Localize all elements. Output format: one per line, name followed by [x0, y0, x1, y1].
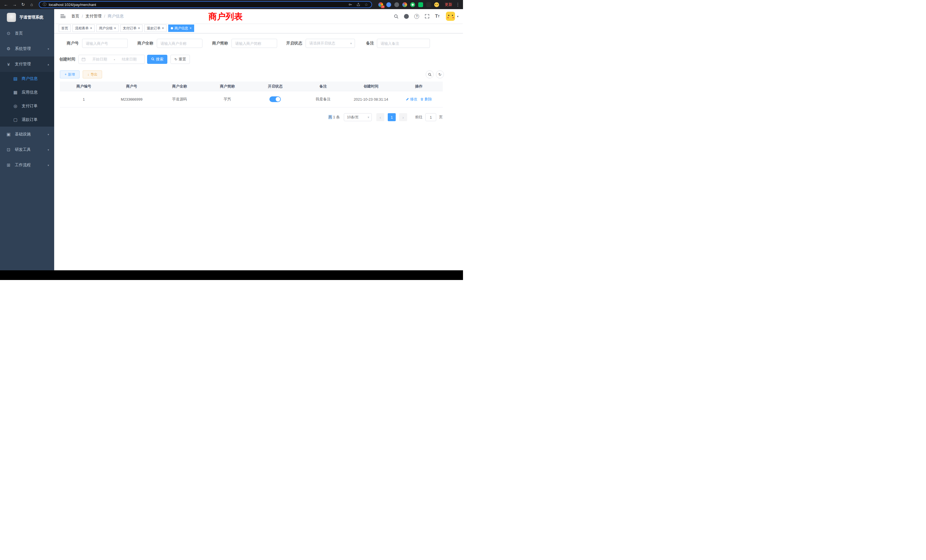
tab-process-form[interactable]: 流程表单×	[73, 24, 95, 32]
sidebar-item-devtools[interactable]: ⊡ 研发工具 ▾	[0, 142, 54, 157]
button-label: 搜索	[156, 57, 163, 62]
breadcrumb-home[interactable]: 首页	[71, 14, 79, 19]
user-menu[interactable]: ▾	[446, 12, 458, 21]
short-name-input[interactable]	[232, 39, 277, 48]
extension-icon[interactable]	[434, 2, 439, 7]
sidebar-item-label: 首页	[15, 31, 23, 36]
bookmark-star-icon[interactable]: ☆	[365, 2, 368, 7]
sidebar-item-workflow[interactable]: ⊞ 工作流程 ▾	[0, 157, 54, 173]
close-icon[interactable]: ×	[114, 27, 116, 30]
tab-label: 流程表单	[75, 26, 89, 31]
next-page-button[interactable]: ›	[399, 113, 407, 121]
browser-menu-icon[interactable]: ⋮	[455, 2, 461, 7]
tab-refund-order[interactable]: 退款订单×	[144, 24, 166, 32]
tab-home[interactable]: 首页	[59, 24, 71, 32]
remark-input[interactable]	[377, 39, 430, 48]
tab-user-group[interactable]: 用户分组×	[96, 24, 119, 32]
sidebar-toggle-icon[interactable]	[61, 14, 65, 19]
show-search-button[interactable]	[426, 70, 434, 79]
breadcrumb-section[interactable]: 支付管理	[86, 14, 101, 19]
sidebar-item-infra[interactable]: ▣ 基础设施 ▾	[0, 127, 54, 142]
column-header: 操作	[395, 84, 443, 89]
tab-pay-order[interactable]: 支付订单×	[120, 24, 142, 32]
tab-merchant-info[interactable]: 商户信息×	[168, 24, 194, 32]
sidebar-item-app-info[interactable]: ▦ 应用信息	[0, 86, 54, 99]
extension-icon[interactable]: 10	[378, 2, 383, 7]
reload-icon[interactable]: ↻	[20, 0, 27, 9]
sidebar-item-merchant-info[interactable]: ▤ 商户信息	[0, 72, 54, 86]
delete-link[interactable]: 删除	[420, 97, 432, 102]
font-size-icon[interactable]: TT	[434, 14, 440, 19]
sidebar-item-home[interactable]: ⊙ 首页	[0, 26, 54, 41]
total-value: 1 条	[333, 115, 340, 119]
date-range-picker[interactable]: 开始日期 - 结束日期	[79, 55, 145, 64]
button-label: 新增	[68, 72, 75, 77]
field-label: 商户简称	[209, 41, 232, 46]
toolbox-icon: ⊡	[6, 147, 11, 152]
search-button[interactable]: 搜索	[147, 55, 167, 64]
dashboard-icon: ⊙	[6, 31, 11, 36]
chevron-up-icon: ▴	[48, 63, 49, 66]
edit-link[interactable]: 修改	[406, 97, 418, 102]
status-select[interactable]: 请选择开启状态 ▾	[306, 39, 355, 48]
extension-icon[interactable]	[402, 2, 407, 7]
github-icon[interactable]	[404, 14, 409, 19]
sidebar-item-refund-order[interactable]: ▢ 退款订单	[0, 113, 54, 127]
back-icon[interactable]: ←	[2, 0, 10, 9]
target-icon: ◎	[13, 103, 18, 109]
fullscreen-icon[interactable]	[424, 14, 430, 19]
field-label: 创建时间	[59, 57, 79, 62]
share-icon[interactable]	[356, 3, 360, 6]
close-icon[interactable]: ×	[162, 27, 164, 30]
home-icon[interactable]: ⌂	[28, 0, 35, 9]
sidebar-item-label: 商户信息	[22, 76, 38, 81]
cell-id: 1	[60, 97, 108, 101]
column-header: 创建时间	[347, 84, 395, 89]
prev-page-button[interactable]: ‹	[376, 113, 384, 121]
top-navbar: 首页 / 支付管理 / 商户信息 商户列表 ? TT ▾	[54, 9, 463, 23]
breadcrumb-separator: /	[104, 14, 105, 18]
info-icon[interactable]: ⓘ	[43, 2, 47, 7]
chevron-down-icon: ▾	[350, 42, 352, 45]
close-icon[interactable]: ×	[138, 27, 140, 30]
page-number-button[interactable]: 1	[388, 113, 396, 121]
breadcrumb: 首页 / 支付管理 / 商户信息	[71, 14, 124, 19]
page-unit-label: 页	[439, 115, 443, 120]
merchant-no-input[interactable]	[82, 39, 128, 48]
column-header: 商户简称	[204, 84, 251, 89]
extension-icon[interactable]	[394, 2, 399, 7]
table-tools: ↻	[426, 70, 444, 79]
extension-icon[interactable]	[410, 2, 415, 7]
column-header: 开启状态	[251, 84, 300, 89]
goto-page-input[interactable]	[425, 113, 436, 121]
yen-icon: ¥	[6, 62, 11, 67]
search-icon[interactable]	[393, 14, 399, 19]
extension-icon[interactable]	[426, 2, 431, 7]
export-button[interactable]: ↓ 导出	[83, 70, 102, 79]
link-label: 删除	[425, 97, 432, 102]
breadcrumb-separator: /	[82, 14, 83, 18]
page-size-select[interactable]: 10条/页 ▾	[344, 113, 372, 121]
browser-update-button[interactable]: 更新	[445, 2, 452, 7]
app-logo[interactable]: 芋道管理系统	[0, 9, 54, 26]
status-toggle[interactable]	[269, 96, 281, 102]
tab-label: 商户信息	[174, 26, 188, 31]
sidebar-item-payment[interactable]: ¥ 支付管理 ▴	[0, 56, 54, 72]
add-button[interactable]: + 新增	[60, 70, 80, 79]
sidebar-item-pay-order[interactable]: ◎ 支付订单	[0, 99, 54, 113]
sidebar-item-system[interactable]: ⚙ 系统管理 ▾	[0, 41, 54, 56]
filter-status: 开启状态 请选择开启状态 ▾	[284, 39, 355, 48]
close-icon[interactable]: ×	[90, 27, 92, 30]
extension-icon[interactable]	[386, 2, 391, 7]
address-bar[interactable]: ⓘ localhost:1024/pay/merchant ☆	[39, 1, 372, 8]
extension-icon[interactable]	[418, 2, 423, 7]
sidebar-menu: ⊙ 首页 ⚙ 系统管理 ▾ ¥ 支付管理 ▴ ▤ 商户信息 ▦ 应用信	[0, 26, 54, 173]
key-icon[interactable]	[348, 3, 353, 6]
refresh-table-button[interactable]: ↻	[436, 70, 444, 79]
full-name-input[interactable]	[157, 39, 203, 48]
close-icon[interactable]: ×	[189, 27, 192, 30]
help-icon[interactable]: ?	[414, 14, 420, 19]
reset-button[interactable]: ↻ 重置	[171, 55, 190, 64]
forward-icon[interactable]: →	[11, 0, 18, 9]
bottom-black-strip	[0, 270, 463, 280]
